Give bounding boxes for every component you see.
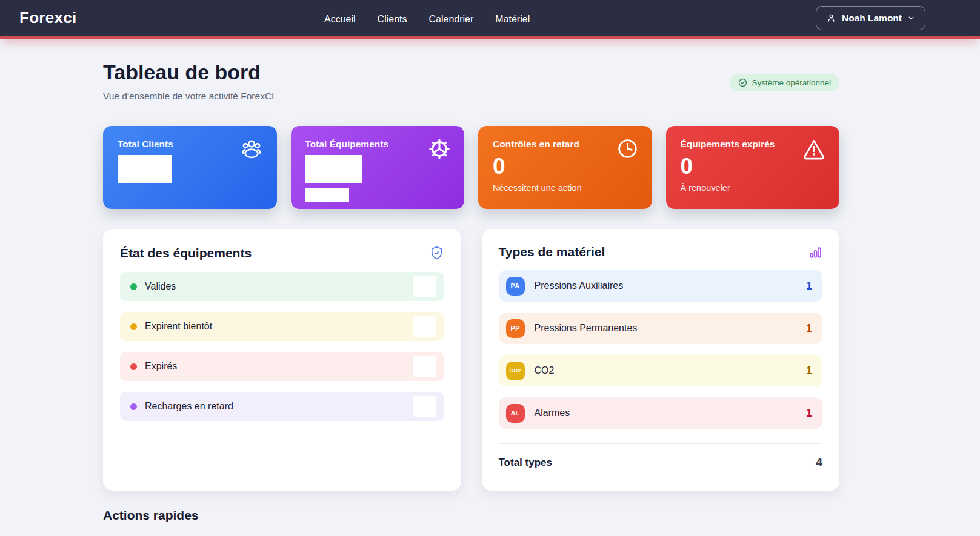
redacted-count-block <box>413 276 436 297</box>
stat-card-total-equipements: Total Équipements <box>291 126 465 209</box>
page-header-text: Tableau de bord Vue d'ensemble de votre … <box>103 61 274 102</box>
redacted-value-block <box>305 155 362 183</box>
equipment-status-panel: État des équipements Valides Expirent bi… <box>103 229 461 491</box>
material-types-header: Types de matériel <box>499 245 823 259</box>
nav-item-calendrier[interactable]: Calendrier <box>428 14 473 25</box>
material-type-row: CO2 CO2 1 <box>499 355 823 386</box>
redacted-count-block <box>413 356 436 377</box>
status-badge: Système opérationnel <box>730 74 839 91</box>
chevron-down-icon <box>907 14 915 22</box>
status-dot-red <box>130 363 137 370</box>
total-types-label: Total types <box>499 457 552 469</box>
stat-card-subtitle: À renouveler <box>681 183 825 193</box>
status-badge-label: Système opérationnel <box>752 78 831 87</box>
material-type-badge: PA <box>506 277 525 296</box>
user-name: Noah Lamont <box>842 13 902 24</box>
nav-item-materiel[interactable]: Matériel <box>495 14 530 25</box>
material-types-panel: Types de matériel PA Pressions Auxiliair… <box>482 229 840 491</box>
redacted-count-block <box>413 396 436 417</box>
equipment-status-row: Valides <box>120 272 444 301</box>
equipment-status-row: Recharges en retard <box>120 392 444 421</box>
material-type-count: 1 <box>806 280 812 293</box>
material-type-badge: AL <box>506 404 525 423</box>
shield-check-icon <box>429 245 444 261</box>
user-menu-button[interactable]: Noah Lamont <box>816 6 925 30</box>
nav-item-clients[interactable]: Clients <box>378 14 407 25</box>
total-types-value: 4 <box>816 455 822 469</box>
clock-icon <box>616 137 639 160</box>
material-type-label: CO2 <box>535 365 555 376</box>
status-dot-purple <box>130 403 137 410</box>
panel-title: État des équipements <box>120 246 252 260</box>
stat-card-controles-en-retard: Contrôles en retard 0 Nécessitent une ac… <box>478 126 652 209</box>
bar-chart-icon <box>808 245 822 259</box>
equipment-status-label: Valides <box>145 281 176 292</box>
stat-cards-row: Total Clients Total Équipements <box>103 126 839 209</box>
stat-card-equipements-expires: Équipements expirés 0 À renouveler <box>666 126 840 209</box>
material-types-footer: Total types 4 <box>499 443 823 469</box>
material-type-row: PP Pressions Permanentes 1 <box>499 313 823 344</box>
equipment-status-header: État des équipements <box>120 245 444 261</box>
page-subtitle: Vue d'ensemble de votre activité ForexCI <box>103 91 274 102</box>
page-header: Tableau de bord Vue d'ensemble de votre … <box>103 61 839 102</box>
redacted-subtitle-block <box>305 188 349 202</box>
nav-item-accueil[interactable]: Accueil <box>324 14 356 25</box>
equipment-status-label: Expirés <box>145 361 177 372</box>
redacted-value-block <box>118 155 172 183</box>
gear-icon <box>428 137 451 160</box>
stat-card-subtitle: Nécessitent une action <box>493 183 638 193</box>
main-content: Tableau de bord Vue d'ensemble de votre … <box>103 61 839 523</box>
navbar: Forexci Accueil Clients Calendrier Matér… <box>0 0 980 39</box>
panel-title: Types de matériel <box>499 245 605 259</box>
material-type-label: Alarmes <box>535 408 570 419</box>
material-type-badge: CO2 <box>506 362 525 380</box>
brand-logo[interactable]: Forexci <box>19 8 77 27</box>
material-type-row: PA Pressions Auxiliaires 1 <box>499 270 823 302</box>
material-type-count: 1 <box>806 322 812 335</box>
equipment-status-label: Expirent bientôt <box>145 321 212 332</box>
equipment-status-label: Recharges en retard <box>145 401 233 412</box>
user-icon <box>826 13 836 23</box>
main-nav: Accueil Clients Calendrier Matériel <box>324 0 530 39</box>
equipment-status-row: Expirés <box>120 352 444 381</box>
page-title: Tableau de bord <box>103 61 274 84</box>
material-type-badge: PP <box>506 319 525 338</box>
panels-row: État des équipements Valides Expirent bi… <box>103 229 839 491</box>
material-type-label: Pressions Permanentes <box>535 323 638 334</box>
alert-triangle-icon <box>802 137 826 160</box>
material-type-count: 1 <box>806 365 812 377</box>
material-type-label: Pressions Auxiliaires <box>535 280 624 291</box>
material-type-row: AL Alarmes 1 <box>499 397 823 429</box>
users-icon <box>239 137 264 160</box>
quick-actions-title: Actions rapides <box>103 508 839 523</box>
material-type-count: 1 <box>806 407 812 420</box>
status-dot-green <box>130 283 137 290</box>
equipment-status-row: Expirent bientôt <box>120 312 444 341</box>
status-dot-yellow <box>130 323 137 330</box>
stat-card-total-clients: Total Clients <box>103 126 277 209</box>
check-circle-icon <box>738 78 747 87</box>
redacted-count-block <box>413 316 436 337</box>
